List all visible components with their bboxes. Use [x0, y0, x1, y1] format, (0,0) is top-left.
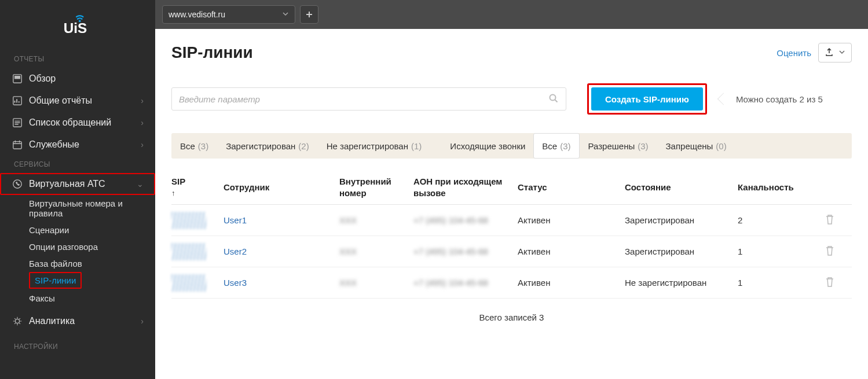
- page-actions: Оценить: [777, 43, 852, 62]
- section-label-reports: ОТЧЕТЫ: [0, 50, 155, 68]
- chevron-right-icon: ›: [141, 317, 144, 326]
- filter-tab-all2[interactable]: Все(3): [533, 133, 579, 159]
- calendar-icon: [12, 139, 23, 150]
- sidebar-item-label: Служебные: [29, 139, 79, 150]
- cell-channels: 1: [738, 246, 825, 256]
- chevron-down-icon: ⌄: [137, 179, 144, 189]
- sidebar-item-label: Виртуальная АТС: [29, 179, 105, 189]
- delete-row-button[interactable]: [825, 245, 848, 258]
- sidebar-item-analytics[interactable]: Аналитика ›: [0, 310, 155, 332]
- table-row: User2 XXX +7 (495) 104-45-68 Активен Зар…: [171, 236, 852, 267]
- cell-status: Активен: [518, 278, 625, 288]
- table-footer: Всего записей 3: [171, 299, 852, 336]
- svg-text:UiS: UiS: [64, 20, 87, 36]
- filter-label-outgoing: Исходящие звонки: [442, 133, 533, 159]
- subitem-sip-lines[interactable]: SIP-линии: [29, 272, 82, 289]
- table-header: SIP ↑ Сотрудник Внутренний номер АОН при…: [171, 170, 852, 205]
- subitem-call-options[interactable]: Опции разговора: [29, 238, 155, 255]
- svg-point-8: [15, 319, 19, 323]
- col-sip[interactable]: SIP ↑: [171, 176, 224, 198]
- chevron-right-icon: ›: [141, 96, 144, 105]
- cell-employee[interactable]: User1: [224, 215, 339, 225]
- col-channels[interactable]: Каналь­ность: [738, 182, 825, 193]
- sip-table: SIP ↑ Сотрудник Внутренний номер АОН при…: [171, 170, 852, 299]
- sidebar-item-requests[interactable]: Список обращений ›: [0, 112, 155, 134]
- cell-internal: XXX: [339, 246, 413, 256]
- col-status[interactable]: Статус: [518, 182, 625, 193]
- cell-aon: +7 (495) 104-45-68: [413, 278, 518, 288]
- sidebar-item-label: Общие отчёты: [29, 95, 92, 106]
- cell-sip: [171, 243, 224, 260]
- create-sip-line-button[interactable]: Создать SIP-линию: [591, 87, 703, 111]
- sidebar: UiS ОТЧЕТЫ Обзор Общие отчёты › Список о…: [0, 0, 155, 379]
- col-employee[interactable]: Сотрудник: [224, 182, 339, 193]
- virtual-pbx-subitems: Виртуальные номера и правила Сценарии Оп…: [0, 195, 155, 307]
- chevron-down-icon: [838, 48, 845, 57]
- cell-sip: [171, 274, 224, 292]
- delete-row-button[interactable]: [825, 214, 848, 227]
- main: www.vedisoft.ru SIP-линии Оценить: [155, 0, 868, 379]
- cell-employee[interactable]: User2: [224, 246, 339, 256]
- toolbar: Создать SIP-линию Можно создать 2 из 5: [171, 83, 852, 115]
- chevron-down-icon: [282, 10, 289, 19]
- filter-tab-registered[interactable]: Зарегистрирован(2): [217, 133, 317, 159]
- cell-aon: +7 (495) 104-45-68: [413, 246, 518, 256]
- svg-rect-6: [13, 142, 21, 149]
- col-state[interactable]: Состояние: [625, 182, 738, 193]
- chevron-right-icon: ›: [141, 118, 144, 127]
- filter-tab-all[interactable]: Все(3): [171, 133, 217, 159]
- overview-icon: [12, 73, 23, 84]
- delete-row-button[interactable]: [825, 276, 848, 289]
- cell-channels: 2: [738, 215, 825, 225]
- cell-status: Активен: [518, 246, 625, 256]
- add-tab-button[interactable]: [300, 5, 318, 24]
- export-icon: [825, 47, 834, 58]
- filter-group-outgoing: Все(3) Разрешены(3) Запрещены(0): [533, 133, 735, 159]
- sidebar-item-general-reports[interactable]: Общие отчёты ›: [0, 90, 155, 112]
- col-aon[interactable]: АОН при исходящем вызове: [413, 176, 518, 198]
- sidebar-item-service-reports[interactable]: Служебные ›: [0, 134, 155, 156]
- svg-point-9: [550, 94, 556, 100]
- logo: UiS: [0, 7, 155, 50]
- col-internal[interactable]: Внутренний номер: [339, 176, 413, 198]
- create-button-highlight: Создать SIP-линию: [587, 83, 707, 115]
- rate-link[interactable]: Оценить: [777, 48, 811, 58]
- search-input[interactable]: [179, 94, 548, 104]
- list-icon: [12, 117, 23, 128]
- chevron-right-icon: ›: [141, 140, 144, 149]
- filter-tab-denied[interactable]: Запрещены(0): [657, 133, 735, 159]
- subitem-faxes[interactable]: Факсы: [29, 290, 155, 307]
- section-label-settings: НАСТРОЙКИ: [0, 338, 155, 355]
- phone-icon: [12, 178, 23, 190]
- search-icon: [548, 93, 559, 105]
- subitem-virtual-numbers[interactable]: Виртуальные номера и правила: [29, 195, 155, 222]
- reports-icon: [12, 95, 23, 106]
- page-body: SIP-линии Оценить: [155, 29, 868, 336]
- cell-internal: XXX: [339, 278, 413, 288]
- svg-rect-3: [15, 76, 20, 79]
- cell-aon: +7 (495) 104-45-68: [413, 215, 518, 225]
- sort-asc-icon: ↑: [171, 189, 218, 198]
- subitem-scenarios[interactable]: Сценарии: [29, 222, 155, 238]
- cell-status: Активен: [518, 215, 625, 225]
- filter-tab-allowed[interactable]: Разрешены(3): [580, 133, 657, 159]
- table-row: User3 XXX +7 (495) 104-45-68 Активен Не …: [171, 267, 852, 299]
- analytics-icon: [12, 315, 23, 327]
- page-header: SIP-линии Оценить: [171, 43, 852, 62]
- filter-group-status: Все(3) Зарегистрирован(2) Не зарегистрир…: [171, 133, 430, 159]
- cell-internal: XXX: [339, 215, 413, 225]
- filter-tab-not-registered[interactable]: Не зарегистрирован(1): [318, 133, 431, 159]
- sidebar-item-virtual-pbx[interactable]: Виртуальная АТС ⌄: [0, 173, 155, 195]
- sidebar-item-label: Обзор: [29, 73, 56, 84]
- quota-label: Можно создать 2 из 5: [724, 87, 834, 111]
- export-button[interactable]: [818, 43, 852, 62]
- cell-employee[interactable]: User3: [224, 278, 339, 288]
- sidebar-item-overview[interactable]: Обзор: [0, 68, 155, 90]
- site-selector[interactable]: www.vedisoft.ru: [162, 5, 295, 24]
- subitem-file-db[interactable]: База файлов: [29, 255, 155, 272]
- search-box[interactable]: [171, 87, 566, 111]
- sidebar-item-label: Аналитика: [29, 316, 75, 326]
- logo-icon: UiS: [61, 13, 94, 37]
- section-label-services: СЕРВИСЫ: [0, 156, 155, 173]
- site-selector-value: www.vedisoft.ru: [169, 10, 225, 19]
